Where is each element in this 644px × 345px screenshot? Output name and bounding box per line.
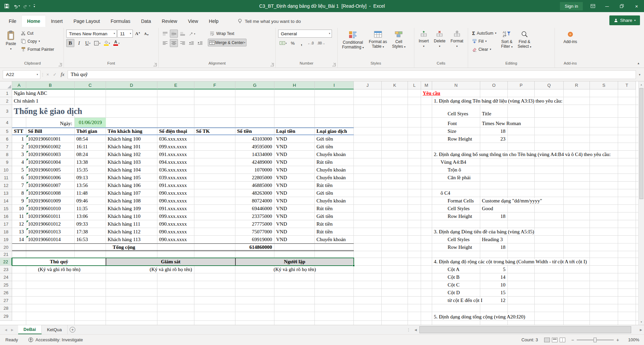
insert-function-icon[interactable]: fx — [61, 72, 65, 77]
cell-G23[interactable]: (Ký và ghi rõ họ tên) — [235, 266, 354, 273]
cell-B15[interactable]: 1020190601010 — [26, 205, 75, 213]
cell-N8[interactable]: 2. Định dạng dòng bổ sung thông tin cho … — [432, 151, 636, 158]
column-header-S[interactable]: S — [590, 81, 618, 89]
cell-I12[interactable]: Rút tiền — [315, 182, 354, 189]
cell-H18[interactable]: VND — [274, 228, 315, 236]
cell-N23[interactable]: Cột A — [432, 266, 480, 273]
row-header-24[interactable]: 24 — [0, 273, 12, 281]
cell-E6[interactable]: 036.xxx.xxxx — [157, 135, 194, 143]
cell-D12[interactable]: Khách hàng 106 — [106, 182, 157, 189]
cut-button[interactable]: Cut — [19, 29, 56, 37]
tell-me-box[interactable]: Tell me what you want to do — [237, 15, 301, 27]
cell-styles-button[interactable]: CellStyles ▾ — [390, 29, 408, 50]
cell-B13[interactable]: 1020190601008 — [26, 189, 75, 197]
restore-button[interactable] — [614, 0, 629, 12]
horizontal-scrollbar[interactable]: ◀ ▶ — [413, 325, 644, 334]
cell-C6[interactable]: 08:54 — [75, 135, 106, 143]
horizontal-scroll-thumb[interactable] — [419, 326, 631, 333]
sign-in-button[interactable]: Sign in — [560, 2, 583, 10]
cell-H15[interactable]: VND — [274, 205, 315, 213]
cell-N6[interactable]: Row Height — [432, 135, 480, 143]
cell-I7[interactable]: Gửi tiền — [315, 143, 354, 151]
cell-I5[interactable]: Loại giao dịch — [315, 127, 354, 135]
cell-N11[interactable]: Căn lề phải — [432, 174, 480, 182]
number-format-combo[interactable]: General▾ — [278, 30, 332, 38]
redo-button[interactable]: ▾ — [23, 4, 30, 8]
row-header-12[interactable]: 12 — [0, 182, 12, 189]
tab-page-layout[interactable]: Page Layout — [68, 15, 105, 27]
column-header-H[interactable]: H — [274, 81, 315, 89]
cell-E12[interactable]: 091.xxx.xxxx — [157, 182, 194, 189]
name-box[interactable]: A22▾ — [3, 70, 40, 79]
cell-A4[interactable]: Ngày: — [12, 118, 75, 127]
cell-I9[interactable]: Rút tiền — [315, 158, 354, 166]
column-header-N[interactable]: N — [432, 81, 480, 89]
tab-insert[interactable]: Insert — [45, 15, 68, 27]
row-header-10[interactable]: 10 — [0, 166, 12, 174]
cell-N14[interactable]: Format Cells — [432, 197, 480, 205]
row-header-8[interactable]: 8 — [0, 151, 12, 158]
cell-C9[interactable]: 13:38 — [75, 158, 106, 166]
cell-O4[interactable]: Times New Roman — [480, 118, 564, 127]
cell-I11[interactable]: Chuyển khoản — [315, 174, 354, 182]
cell-I8[interactable]: Chuyển khoản — [315, 151, 354, 158]
column-header-O[interactable]: O — [480, 81, 508, 89]
column-header-A[interactable]: A — [12, 81, 26, 89]
cell-A13[interactable]: 8 — [12, 189, 26, 197]
cell-A12[interactable]: 7 — [12, 182, 26, 189]
autosum-button[interactable]: ΣAutoSum▾ — [470, 29, 498, 37]
cell-A18[interactable]: 13 — [12, 228, 26, 236]
cell-B12[interactable]: 1020190601007 — [26, 182, 75, 189]
cell-A8[interactable]: 3 — [12, 151, 26, 158]
cell-I6[interactable]: Gửi tiền — [315, 135, 354, 143]
alignment-dialog-launcher-icon[interactable] — [270, 63, 274, 66]
cell-G7[interactable]: 49595000 — [235, 143, 274, 151]
cell-G6[interactable]: 43103000 — [235, 135, 274, 143]
comma-style-button[interactable]: , — [298, 39, 306, 47]
row-header-16[interactable]: 16 — [0, 213, 12, 220]
row-header-3[interactable]: 3 — [0, 105, 12, 118]
column-header-M[interactable]: M — [421, 81, 432, 89]
font-dialog-launcher-icon[interactable] — [153, 63, 157, 66]
zoom-out-icon[interactable]: − — [571, 337, 574, 343]
accounting-format-button[interactable]: ▾ — [278, 39, 288, 47]
decrease-decimal-button[interactable]: .00→ — [316, 39, 327, 47]
cell-H16[interactable]: VND — [274, 213, 315, 220]
cell-G5[interactable]: Số tiền — [235, 127, 274, 135]
cell-C19[interactable]: 16:53 — [75, 236, 106, 243]
cell-N25[interactable]: Cột C — [432, 281, 480, 289]
cell-C8[interactable]: 08:24 — [75, 151, 106, 158]
increase-indent-icon[interactable] — [196, 39, 204, 47]
ribbon-display-options-icon[interactable] — [586, 0, 600, 12]
decrease-font-icon[interactable]: A▾ — [142, 30, 150, 38]
cell-C18[interactable]: 17:38 — [75, 228, 106, 236]
cell-A1[interactable]: Ngân hàng ABC — [12, 89, 106, 97]
row-header-21[interactable]: 21 — [0, 251, 12, 258]
italic-button[interactable]: I — [75, 39, 83, 47]
customize-qat-button[interactable]: ▾ — [34, 4, 35, 8]
cell-B7[interactable]: 1020190601002 — [26, 143, 75, 151]
cell-H9[interactable]: VND — [274, 158, 315, 166]
vertical-scrollbar[interactable]: ▴ ▾ — [638, 81, 644, 325]
format-cells-button[interactable]: Format▾ — [449, 29, 465, 50]
cell-E11[interactable]: 039.xxx.xxxx — [157, 174, 194, 182]
cell-I16[interactable]: Gửi tiền — [315, 213, 354, 220]
cell-O15[interactable]: Good — [480, 205, 508, 213]
cell-O24[interactable]: 14 — [480, 273, 508, 281]
undo-button[interactable]: ▾ — [13, 4, 20, 8]
select-all-corner[interactable] — [0, 81, 12, 89]
cell-B9[interactable]: 1020190601004 — [26, 158, 75, 166]
save-icon[interactable] — [4, 3, 9, 9]
cell-C4[interactable]: 01/06/2019 — [75, 118, 106, 127]
cell-H5[interactable]: Loại tiền — [274, 127, 315, 135]
cell-H8[interactable]: VND — [274, 151, 315, 158]
selection-fill-handle[interactable] — [352, 264, 355, 267]
row-header-7[interactable]: 7 — [0, 143, 12, 151]
cell-N26[interactable]: Cột D — [432, 289, 480, 297]
normal-view-icon[interactable] — [544, 338, 550, 342]
cell-C11[interactable]: 09:13 — [75, 174, 106, 182]
cell-N24[interactable]: Cột B — [432, 273, 480, 281]
cell-N15[interactable]: Cell Styles — [432, 205, 480, 213]
cell-C7[interactable]: 16:11 — [75, 143, 106, 151]
row-header-19[interactable]: 19 — [0, 236, 12, 243]
